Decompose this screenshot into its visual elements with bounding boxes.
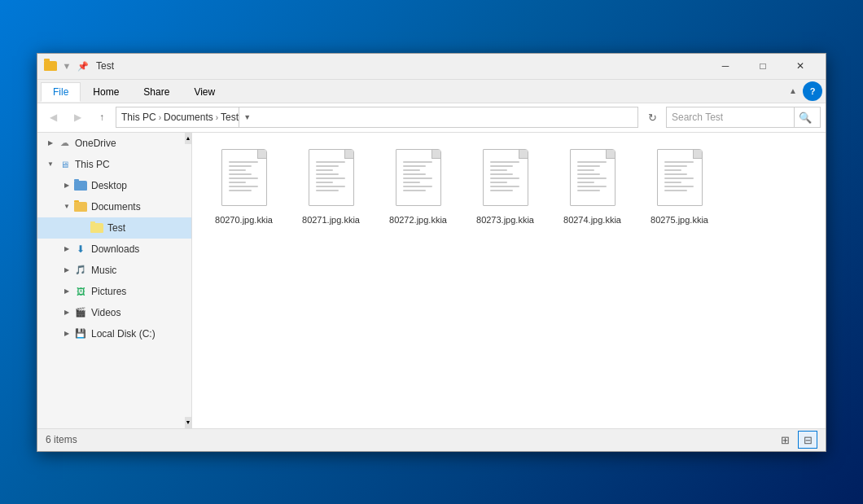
view-controls: ⊞ ⊟ <box>775 431 817 449</box>
file-area: 80270.jpg.kkia 80271.jpg.kkia <box>192 133 826 428</box>
thispc-icon: 🖥 <box>57 159 72 170</box>
sidebar-label-downloads: Downloads <box>91 243 139 255</box>
breadcrumb-thispc[interactable]: This PC <box>121 112 156 123</box>
doc-page <box>483 149 528 206</box>
sidebar-label-videos: Videos <box>91 307 120 318</box>
toggle-desktop[interactable]: ▶ <box>60 179 73 192</box>
file-icon-f3 <box>480 149 532 211</box>
file-icon-f4 <box>567 149 619 211</box>
sidebar-label-desktop: Desktop <box>91 180 127 191</box>
file-item-f5[interactable]: 80275.jpg.kkia <box>641 146 718 229</box>
file-name-f3: 80273.jpg.kkia <box>476 214 534 226</box>
toggle-onedrive[interactable]: ▶ <box>44 137 57 150</box>
tab-home[interactable]: Home <box>81 82 131 102</box>
ribbon-tab-bar: File Home Share View ▲ ? <box>37 80 826 103</box>
doc-page <box>396 149 441 206</box>
file-item-f3[interactable]: 80273.jpg.kkia <box>467 146 544 229</box>
pin-icon: 📌 <box>77 59 90 72</box>
ribbon-expand-button[interactable]: ▲ <box>783 81 803 101</box>
explorer-window: ▼ 📌 Test ─ □ ✕ File Home Share View ▲ ? … <box>37 53 826 452</box>
sidebar-item-onedrive[interactable]: ▶ ☁ OneDrive <box>37 133 191 154</box>
localdisk-icon: 💾 <box>73 328 88 340</box>
file-name-f2: 80272.jpg.kkia <box>389 214 447 226</box>
toggle-thispc[interactable]: ▼ <box>44 158 57 171</box>
search-box[interactable]: Search Test 🔍 <box>666 107 821 128</box>
large-icons-view-button[interactable]: ⊟ <box>798 431 817 449</box>
folder-icon <box>44 59 57 72</box>
sidebar-item-thispc[interactable]: ▼ 🖥 This PC <box>37 154 191 175</box>
tab-file[interactable]: File <box>41 82 81 102</box>
forward-button[interactable]: ▶ <box>67 107 88 128</box>
doc-page <box>657 149 703 206</box>
doc-lines <box>316 161 345 194</box>
toggle-videos[interactable]: ▶ <box>60 306 73 319</box>
file-item-f2[interactable]: 80272.jpg.kkia <box>379 146 457 229</box>
file-name-f0: 80270.jpg.kkia <box>215 214 273 226</box>
file-item-f0[interactable]: 80270.jpg.kkia <box>205 146 283 229</box>
breadcrumb-sep-1: › <box>159 113 161 122</box>
onedrive-icon: ☁ <box>57 138 72 149</box>
sidebar-item-desktop[interactable]: ▶ Desktop <box>37 175 191 196</box>
up-button[interactable]: ↑ <box>91 107 112 128</box>
tab-share[interactable]: Share <box>131 82 182 102</box>
downloads-folder-icon: ⬇ <box>73 243 88 255</box>
sidebar-item-music[interactable]: ▶ 🎵 Music <box>37 260 191 281</box>
desktop-folder-icon <box>73 180 88 191</box>
doc-lines <box>577 161 607 194</box>
breadcrumb-test[interactable]: Test <box>221 112 239 123</box>
toggle-music[interactable]: ▶ <box>60 264 73 277</box>
address-dropdown-button[interactable]: ▼ <box>239 107 255 128</box>
test-folder-icon <box>90 222 104 234</box>
status-bar: 6 items ⊞ ⊟ <box>37 428 826 451</box>
file-icon-f2 <box>392 149 445 211</box>
sidebar-label-onedrive: OneDrive <box>75 138 116 149</box>
doc-lines <box>229 161 258 194</box>
ribbon: File Home Share View ▲ ? <box>37 80 826 103</box>
title-bar-icons: ▼ 📌 <box>44 59 90 72</box>
close-button[interactable]: ✕ <box>782 53 819 79</box>
sidebar-scroll-up[interactable]: ▲ <box>185 133 191 144</box>
window-title: Test <box>96 60 707 72</box>
sidebar-label-test: Test <box>107 222 125 234</box>
breadcrumb-documents[interactable]: Documents <box>164 112 213 123</box>
sidebar-label-thispc: This PC <box>75 159 110 170</box>
toggle-documents[interactable]: ▼ <box>60 200 73 213</box>
toggle-localdisk[interactable]: ▶ <box>60 327 73 340</box>
toggle-pictures[interactable]: ▶ <box>60 285 73 298</box>
sidebar-label-pictures: Pictures <box>91 286 126 297</box>
file-item-f4[interactable]: 80274.jpg.kkia <box>554 146 631 229</box>
sidebar: ▲ ▶ ☁ OneDrive ▼ 🖥 This PC ▶ <box>37 133 192 428</box>
address-bar[interactable]: This PC › Documents › Test ▼ <box>116 107 638 128</box>
doc-page <box>570 149 615 206</box>
main-area: ▲ ▶ ☁ OneDrive ▼ 🖥 This PC ▶ <box>37 133 826 428</box>
music-folder-icon: 🎵 <box>73 265 88 276</box>
details-view-button[interactable]: ⊞ <box>775 431 795 449</box>
doc-lines <box>490 161 519 194</box>
sidebar-label-documents: Documents <box>91 201 141 213</box>
sidebar-scroll-down[interactable]: ▼ <box>185 417 191 428</box>
sidebar-item-localdisk[interactable]: ▶ 💾 Local Disk (C:) <box>37 323 191 344</box>
file-icon-f5 <box>654 149 706 211</box>
sidebar-item-test[interactable]: ▶ Test <box>37 217 191 239</box>
help-button[interactable]: ? <box>803 81 822 101</box>
doc-lines <box>664 161 694 194</box>
sidebar-item-downloads[interactable]: ▶ ⬇ Downloads <box>37 239 191 260</box>
back-button[interactable]: ◀ <box>42 107 64 128</box>
refresh-button[interactable]: ↻ <box>642 107 663 128</box>
title-bar: ▼ 📌 Test ─ □ ✕ <box>37 54 826 80</box>
search-button[interactable]: 🔍 <box>794 107 815 128</box>
doc-page <box>309 149 354 206</box>
sidebar-item-pictures[interactable]: ▶ 🖼 Pictures <box>37 281 191 302</box>
minimize-button[interactable]: ─ <box>707 53 744 79</box>
sidebar-item-documents[interactable]: ▼ Documents <box>37 196 191 217</box>
toggle-downloads[interactable]: ▶ <box>60 243 73 256</box>
tab-view[interactable]: View <box>182 82 227 102</box>
maximize-button[interactable]: □ <box>744 53 782 79</box>
file-name-f5: 80275.jpg.kkia <box>651 214 708 226</box>
window-controls: ─ □ ✕ <box>707 53 819 79</box>
sidebar-item-videos[interactable]: ▶ 🎬 Videos <box>37 302 191 323</box>
file-item-f1[interactable]: 80271.jpg.kkia <box>292 146 370 229</box>
quick-access-icon: ▼ <box>60 59 73 72</box>
videos-folder-icon: 🎬 <box>73 307 88 318</box>
search-placeholder: Search Test <box>672 112 794 123</box>
